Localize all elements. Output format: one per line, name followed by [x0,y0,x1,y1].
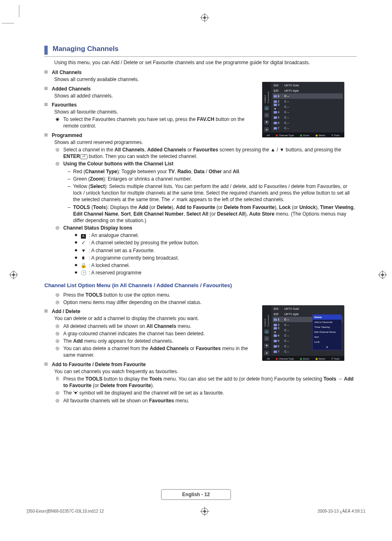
heart-icon: ♥ [80,247,87,254]
tv-footer: All Channel Type Zoom Select ⎘ Tools [262,132,344,137]
dash-yellow: – Yellow (Select): Selects multiple chan… [66,183,357,203]
remote-note: ◉ To select the Favourites channels you … [54,116,256,129]
tv-side-icon: 📺 [264,106,269,110]
dash-green: – Green (Zoom): Enlarges or shrinks a ch… [66,176,357,182]
registration-mark-icon [377,269,388,280]
tv-row-selected: 1C -- [273,93,343,99]
icon-favourite: ●♥: A channel set as a Favourite. [73,247,357,254]
page-number-container: English - 12 [16,489,376,500]
info-icon: ◎ [54,292,61,298]
dash-red: – Red (Channel Type): Toggle between you… [66,168,357,175]
section-heading: Managing Channels [44,44,357,55]
fav-note-all: ◎All favourite channels will be shown on… [54,397,357,404]
info-icon: ◎ [54,225,61,231]
item-label: All Channels [52,69,82,76]
note-text: To select the Favourites channels you ha… [63,116,256,129]
tv-menu-more: ▼ [313,345,341,350]
square-bullet-icon [44,362,48,366]
tv-row: 2C -- [273,99,343,104]
item-desc: Shows all current reserved programmes. [54,139,357,146]
note-option-differ: ◎ Option menu items may differ depending… [54,299,357,306]
tv-side-label: Added Channels [263,307,270,327]
item-label: Programmed [52,132,82,139]
square-bullet-icon [44,87,48,90]
tv-header-row: 824UKTV Gold [273,83,343,88]
square-bullet-icon [44,103,48,106]
svg-point-3 [203,16,206,19]
tv-side-icon: ♪ [264,113,269,117]
tv-screenshot-channel-list: Added Channels 📺 ♪ ♥ ● 824UKTV Gold 825U… [262,82,344,137]
check-icon: ✓ [80,239,87,246]
remote-icon: ◉ [54,116,61,129]
info-icon: ◎ [54,390,61,396]
ad-note-4: ◎You can also delete a channel from the … [54,345,256,358]
fav-note-heart: ◎The '♥' symbol will be displayed and th… [54,390,357,396]
icon-analogue: ●A: An analogue channel. [73,232,357,239]
tv-tools-popup: Delete Add to Favourite Timer Viewing Ed… [312,314,342,350]
enter-icon: ⏎ [80,154,88,159]
item-desc: You can set channels you watch frequentl… [54,368,357,375]
heading-underline [44,56,357,57]
info-icon: ◎ [54,323,61,330]
tv-screenshot-tools-menu: Added Channels 📺 ♪ ♥ ● 824UKTV Gold 825U… [262,305,344,361]
intro-text: Using this menu, you can Add / Delete or… [54,59,350,66]
tv-side-label: Added Channels [263,84,270,103]
tv-side-icon: ♥ [264,120,269,125]
info-icon: ◎ [54,146,61,160]
registration-mark-icon [199,12,210,23]
broadcast-icon: ⧯ [80,255,87,261]
tv-row: 5C -- [273,115,343,120]
tv-sidebar: Added Channels 📺 ♪ ♥ ● [262,82,271,132]
fav-note-tools: ⎘ Press the TOOLS button to display the … [54,376,357,389]
tv-row: 3 ▼C -- [273,104,343,109]
registration-mark-icon [8,269,19,280]
square-bullet-icon [44,309,48,313]
icon-locked: ●🔒: A locked channel. [73,262,357,269]
icon-selected: ●✓: A channel selected by pressing the y… [73,239,357,246]
tv-menu-item: Lock [313,339,341,344]
item-add-favourite: Add to Favourite / Delete from Favourite [44,361,357,368]
tv-side-icon: ● [264,351,269,355]
tv-footer: All Channel Type Zoom Select ⎘ Tools [262,356,344,361]
page: Managing Channels Using this menu, you c… [16,16,376,525]
svg-point-11 [381,274,384,276]
analogue-icon: A [80,232,87,239]
print-footer: [350-Eeuro]BN68-02357C-03L10.ind12 12 20… [27,508,365,514]
tv-side-icon: ● [264,127,269,132]
info-icon: ◎ [54,330,61,337]
note-press-tools: ◎ Press the TOOLS button to use the opti… [54,292,357,298]
tv-menu-item: Add to Favourite [313,320,341,325]
crop-mark-icon [19,5,19,17]
footer-date: 2009-10-13 ¿ÀÈÄ 4:59:11 [318,508,365,514]
square-bullet-icon [44,133,48,137]
item-label: Added Channels [52,86,91,92]
tv-side-icon: 📺 [264,329,269,334]
info-icon: ◎ [54,345,61,358]
heading-marker-icon [44,46,48,55]
tv-row: 7C -- [273,125,343,131]
info-icon: ◎ [54,338,61,344]
tv-side-icon: ♪ [264,336,269,341]
clock-icon: 🕒 [80,269,87,276]
heading-title: Managing Channels [53,44,119,55]
icon-reserved: ●🕒: A reserved programme [73,269,357,276]
tv-sidebar: Added Channels 📺 ♪ ♥ ● [262,305,271,355]
item-label: Favourites [52,102,77,108]
info-icon: ◎ [54,299,61,306]
tv-menu-item: Timer Viewing [313,325,341,330]
note-status-icons: ◎ Channel Status Display Icons [54,225,357,231]
info-icon: ◎ [54,397,61,404]
tools-icon: ⎘ [54,376,61,389]
lock-icon: 🔒 [80,262,87,269]
icon-broadcast: ●⧯: A programme currently being broadcas… [73,255,357,261]
svg-point-7 [12,274,15,276]
dash-tools: – TOOLS (Tools): Displays the Add (or De… [66,204,357,224]
info-icon: ◎ [54,160,61,167]
tv-row: 4C -- [273,109,343,115]
tv-menu-item: Edit Channel Name [313,330,341,334]
tv-row: 6C -- [273,120,343,125]
footer-file: [350-Eeuro]BN68-02357C-03L10.ind12 12 [27,508,104,514]
tv-side-icon: ♥ [264,344,269,348]
item-all-channels: All Channels [44,69,357,76]
note-select-channel: ◎ Select a channel in the All Channels, … [54,146,357,160]
